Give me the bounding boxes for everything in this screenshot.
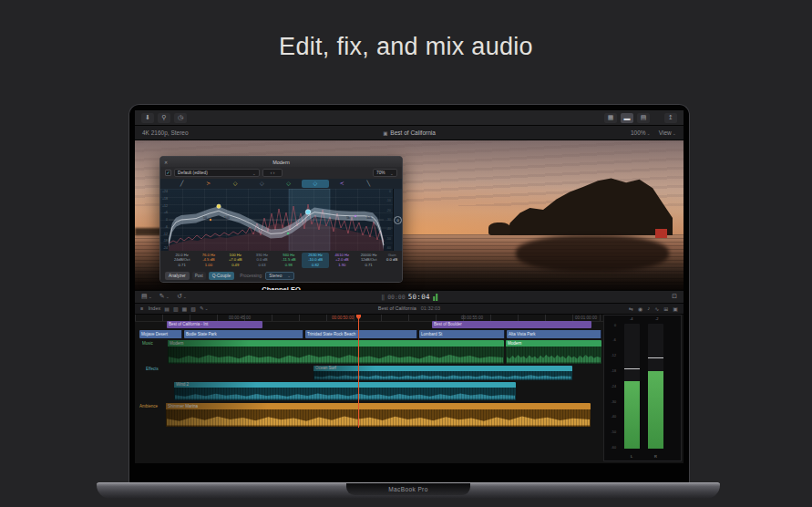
- timecode-hours: 00:00: [387, 294, 406, 301]
- eq-band-8-readout[interactable]: 20000 Hz12dB/Oct0.71: [355, 253, 382, 268]
- eq-band-5-button[interactable]: ◇: [275, 180, 302, 188]
- trim-icon[interactable]: ⇆: [629, 305, 633, 312]
- eq-band-3-button[interactable]: ◇: [222, 180, 249, 188]
- video-clip[interactable]: Lombard St: [419, 330, 505, 338]
- gain-slider[interactable]: 0: [393, 189, 402, 251]
- music-clip[interactable]: Modern: [168, 340, 504, 364]
- fullscreen-icon[interactable]: ⊡: [672, 293, 677, 300]
- list-view-icon[interactable]: ▤: [637, 113, 650, 123]
- db-scale: +24+18 +12+6 0-6 -12-18 -24: [161, 190, 168, 250]
- video-clip[interactable]: Bodie State Park: [184, 330, 303, 338]
- page-title: Edit, fix, and mix audio: [0, 33, 812, 61]
- processing-label: Processing:: [240, 274, 262, 278]
- eq-band-3-readout[interactable]: 100 Hz+7.0 dB0.49: [222, 253, 249, 268]
- import-icon[interactable]: ⬇: [141, 113, 154, 123]
- view-dropdown[interactable]: View⌄: [659, 129, 676, 136]
- preset-nav-buttons[interactable]: ‹ ›: [262, 169, 283, 177]
- audio-meters-panel: -4 -2 0-6 -12-18 -24-30 -40-50 -60: [603, 315, 682, 462]
- playhead[interactable]: [358, 315, 359, 428]
- eq-point-yellow[interactable]: [217, 204, 221, 208]
- grid-view-icon[interactable]: ▦: [604, 113, 617, 123]
- eq-point-selected[interactable]: [305, 210, 311, 215]
- marketing-page: Edit, fix, and mix audio ⬇ ⚲ ◷ ▦ ▬ ▤ ↥ 4…: [0, 0, 812, 507]
- skimming-icon[interactable]: ◉: [638, 305, 642, 312]
- music-clip[interactable]: Modern: [506, 340, 601, 364]
- app-toolbar: ⬇ ⚲ ◷ ▦ ▬ ▤ ↥: [135, 110, 684, 126]
- effects-clip[interactable]: Wind 2: [174, 382, 516, 400]
- sidebar-icon[interactable]: ▤⌄: [141, 293, 152, 300]
- transport-bar: ▤⌄ ✎⌄ ↺⌄ ‖ 00:00 50:04 ⊡: [135, 290, 684, 304]
- share-icon[interactable]: ↥: [664, 113, 677, 123]
- tools-icon[interactable]: ✎⌄: [159, 293, 170, 300]
- eq-band-1-button[interactable]: ╱: [169, 180, 195, 188]
- plugin-window-title: Modern: [272, 160, 290, 165]
- eq-band-6-readout[interactable]: 2630 Hz-10.0 dB0.82: [302, 253, 328, 268]
- eq-band-6-button[interactable]: ◇: [302, 180, 328, 188]
- filmstrip-view-icon[interactable]: ▬: [621, 113, 633, 123]
- gain-knob[interactable]: 0: [394, 216, 402, 224]
- eq-band-8-button[interactable]: ╲: [355, 180, 382, 188]
- video-clip[interactable]: Trinidad State Rock Beach: [305, 330, 417, 338]
- eq-band-4-readout[interactable]: 390 Hz0.0 dB0.63: [249, 253, 275, 268]
- pause-icon[interactable]: ‖: [381, 294, 385, 301]
- title-clip[interactable]: Best of California - Int: [167, 321, 262, 328]
- solo-icon[interactable]: ∿: [654, 305, 659, 312]
- title-clip[interactable]: Best of Boulder: [432, 321, 591, 328]
- audio-skimming-icon[interactable]: ♪: [647, 305, 650, 312]
- channel-label-left: L: [631, 454, 632, 459]
- close-icon[interactable]: ✕: [164, 160, 168, 165]
- plugin-titlebar[interactable]: ✕ Modern: [160, 157, 402, 167]
- eq-band-7-readout[interactable]: 4610 Hz+2.0 dB1.90: [329, 253, 355, 268]
- background-tasks-icon[interactable]: ◷: [174, 113, 187, 123]
- meter-scale: 0-6 -12-18 -24-30 -40-50 -60: [607, 324, 616, 450]
- tool-menu-icon[interactable]: ✎⌄: [200, 305, 209, 311]
- eq-point-green[interactable]: [287, 233, 289, 234]
- timeline-project-info: Best of California 01:32:03: [378, 305, 440, 311]
- timeline[interactable]: 00:00:45:00 00:00:50:00 00:00:55:00 00:0…: [135, 315, 684, 464]
- appearance-icon-3[interactable]: ▦: [182, 305, 188, 312]
- viewer-info-bar: 4K 2160p, Stereo ▣ Best of California 10…: [135, 126, 684, 140]
- analyzer-scale: 0-10 -20-30 -40-50 -60: [385, 190, 391, 250]
- q-couple-button[interactable]: Q-Couple: [209, 272, 235, 280]
- ruler-label: 00:00:55:00: [461, 316, 483, 320]
- keyword-icon[interactable]: ⚲: [158, 113, 170, 123]
- snapping-icon[interactable]: ⊞: [663, 305, 668, 312]
- macbook-base: MacBook Pro: [97, 482, 720, 499]
- eq-band-5-readout[interactable]: 940 Hz-11.5 dB0.98: [275, 253, 302, 268]
- ambience-clip[interactable]: Shimmer Marina: [166, 403, 591, 427]
- appearance-icon-1[interactable]: ▤: [164, 305, 170, 312]
- macbook-screen: ⬇ ⚲ ◷ ▦ ▬ ▤ ↥ 4K 2160p, Stereo ▣ Best of…: [128, 104, 690, 482]
- appearance-icon-4[interactable]: ▧: [190, 305, 196, 312]
- eq-band-1-readout[interactable]: 20.0 Hz24dB/Oct0.71: [169, 253, 195, 268]
- final-cut-pro-window: ⬇ ⚲ ◷ ▦ ▬ ▤ ↥ 4K 2160p, Stereo ▣ Best of…: [135, 110, 684, 463]
- eq-graph[interactable]: +24+18 +12+6 0-6 -12-18 -24: [160, 189, 402, 251]
- eq-band-2-button[interactable]: ≻: [195, 180, 221, 188]
- amount-dropdown[interactable]: 70%⌄: [373, 169, 397, 177]
- project-icon: ▣: [383, 130, 387, 136]
- enable-checkbox[interactable]: ✓: [165, 170, 171, 176]
- browser-icon[interactable]: ▣: [673, 305, 678, 312]
- zoom-dropdown[interactable]: 100%⌄: [631, 129, 651, 136]
- processing-dropdown[interactable]: Stereo⌄: [265, 272, 294, 280]
- format-info: 4K 2160p, Stereo: [142, 129, 189, 136]
- eq-band-2-readout[interactable]: 76.0 Hz-4.5 dB1.00: [195, 253, 221, 268]
- preset-dropdown[interactable]: Default (edited)⌄: [174, 169, 260, 177]
- history-icon[interactable]: ↺⌄: [177, 293, 187, 300]
- effects-clip[interactable]: Ocean Surf: [313, 366, 572, 380]
- video-clip[interactable]: Alta Vista Park: [507, 330, 601, 338]
- meter-left-channel: [624, 324, 640, 450]
- sea-rock: [488, 222, 510, 235]
- gain-readout[interactable]: Gain0.0 dB: [382, 253, 402, 268]
- index-button[interactable]: ≡ Index: [140, 305, 160, 311]
- analyzer-mode-dropdown[interactable]: Post: [192, 272, 206, 280]
- appearance-icon-2[interactable]: ▥: [173, 305, 179, 312]
- video-clip[interactable]: Mojave Desert: [139, 330, 182, 338]
- analyzer-button[interactable]: Analyzer: [165, 272, 190, 280]
- mini-audio-meter[interactable]: [433, 294, 437, 301]
- eq-band-4-button[interactable]: ◇: [249, 180, 275, 188]
- plugin-footer: Analyzer Post Q-Couple Processing: Stere…: [160, 269, 402, 282]
- macbook-hinge-notch: MacBook Pro: [346, 483, 470, 495]
- channel-label-right: R: [654, 454, 657, 459]
- eq-band-buttons: ╱ ≻ ◇ ◇ ◇ ◇ ≺ ╲: [160, 179, 402, 189]
- eq-band-7-button[interactable]: ≺: [329, 180, 355, 188]
